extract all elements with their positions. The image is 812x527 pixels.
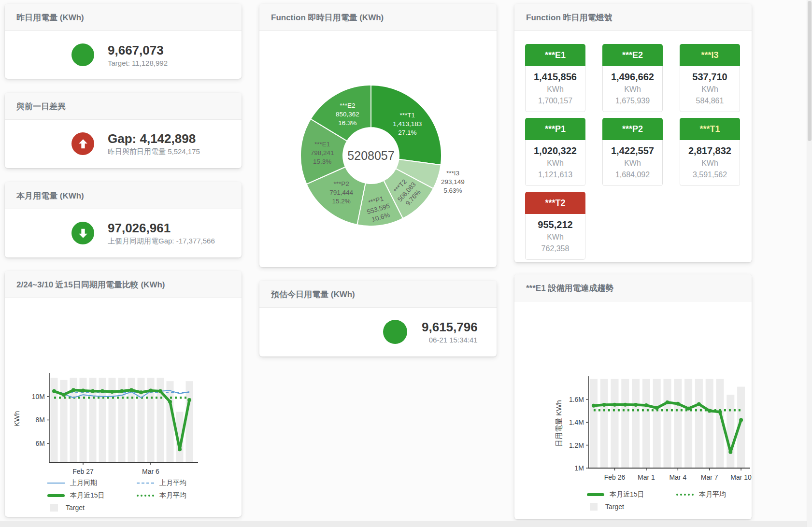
target-bar bbox=[186, 381, 193, 462]
lamp-tile-grid: ***E11,415,856KWh1,700,157***E21,496,662… bbox=[514, 31, 752, 260]
lamp-tile-target: 584,861 bbox=[680, 95, 740, 107]
target-bar bbox=[727, 395, 734, 468]
lamp-tile-body: 537,710KWh584,861 bbox=[680, 66, 740, 112]
stat-subtext: 上個月同期用電Gap: -17,377,566 bbox=[108, 237, 215, 246]
card-title: 與前一日差異 bbox=[5, 93, 242, 120]
lamp-tile: ***T12,817,832KWh3,591,562 bbox=[680, 118, 740, 186]
legend-sample-dotted bbox=[676, 494, 694, 496]
lamp-tile-value: 2,817,832 bbox=[680, 144, 740, 157]
card-today-estimate: 預估今日用電量 (KWh) 9,615,796 06-21 15:34:41 bbox=[259, 281, 497, 356]
card-month-usage: 本月用電量 (KWh) 97,026,961 上個月同期用電Gap: -17,3… bbox=[5, 182, 242, 257]
target-bar bbox=[621, 379, 629, 468]
target-bar bbox=[664, 379, 671, 468]
lamp-tile-target: 1,675,939 bbox=[603, 95, 662, 107]
x-axis-tick: Mar 10 bbox=[730, 473, 752, 481]
lamp-tile-target: 1,684,092 bbox=[603, 169, 662, 181]
lamp-tile: ***I3537,710KWh584,861 bbox=[680, 44, 740, 112]
y-axis-tick: 1.4M bbox=[569, 418, 584, 426]
stat-value: Gap: 4,142,898 bbox=[108, 131, 200, 146]
arrow-up-icon bbox=[71, 132, 94, 155]
lamp-tile-value: 537,710 bbox=[680, 70, 740, 84]
card-e1-trend-chart: ***E1 設備用電達成趨勢 1M1.2M1.4M1.6MFeb 26Mar 1… bbox=[514, 274, 752, 519]
legend-label: 上月平均 bbox=[159, 479, 186, 487]
legend-item-thick[interactable]: 本月近15日 bbox=[47, 491, 137, 500]
lamp-tile: ***E21,496,662KWh1,675,939 bbox=[602, 44, 663, 112]
stat-subtext: Target: 11,128,992 bbox=[108, 59, 168, 67]
y-axis-tick: 6M bbox=[36, 440, 45, 447]
x-axis-tick: Mar 7 bbox=[701, 473, 718, 481]
lamp-tile-target: 1,121,613 bbox=[526, 169, 585, 181]
stat-timestamp: 06-21 15:34:41 bbox=[422, 336, 478, 344]
stat-value: 97,026,961 bbox=[108, 221, 215, 235]
y-axis-tick: 10M bbox=[32, 393, 45, 400]
lamp-tile-target: 762,358 bbox=[526, 243, 585, 255]
stat-value: 9,667,073 bbox=[108, 43, 168, 57]
legend-item-dashed[interactable]: 上月平均 bbox=[137, 479, 242, 487]
arrow-down-icon bbox=[71, 222, 94, 244]
lamp-tile-label: ***T1 bbox=[680, 118, 740, 140]
lamp-tile-unit: KWh bbox=[603, 157, 662, 169]
lamp-tile-target: 3,591,562 bbox=[680, 169, 740, 181]
status-circle-icon bbox=[383, 320, 407, 344]
y-axis-label: KWh bbox=[13, 411, 21, 427]
lamp-tile-value: 1,415,856 bbox=[526, 70, 585, 84]
card-yesterday-status-lights: Function 昨日用電燈號 ***E11,415,856KWh1,700,1… bbox=[514, 4, 752, 262]
donut-slice-label: ***I3293,1495.63% bbox=[441, 170, 465, 194]
target-bar bbox=[674, 379, 682, 468]
legend-sample-solid bbox=[47, 483, 65, 484]
legend-label: Target bbox=[605, 503, 624, 511]
lamp-tile-unit: KWh bbox=[526, 84, 585, 95]
trend-line-chart: 1M1.2M1.4M1.6MFeb 26Mar 1Mar 4Mar 7Mar 1… bbox=[514, 374, 752, 487]
legend-item-bar[interactable]: Target bbox=[587, 503, 676, 511]
target-bar bbox=[590, 379, 598, 468]
card-day-gap: 與前一日差異 Gap: 4,142,898 昨日與前日用電量 5,524,175 bbox=[5, 93, 242, 168]
lamp-tile-value: 1,020,322 bbox=[526, 144, 585, 157]
vertical-scrollbar-thumb[interactable] bbox=[808, 1, 812, 141]
legend-item-thick[interactable]: 本月近15日 bbox=[587, 490, 676, 499]
legend-label: 本月平均 bbox=[159, 491, 186, 500]
vertical-scrollbar[interactable] bbox=[807, 0, 812, 527]
card-yesterday-usage: 昨日用電量 (KWh) 9,667,073 Target: 11,128,992 bbox=[5, 4, 242, 79]
target-bar bbox=[684, 379, 692, 468]
lamp-tile-target: 1,700,157 bbox=[526, 95, 585, 107]
card-title: 昨日用電量 (KWh) bbox=[5, 4, 242, 31]
y-axis-tick: 1.2M bbox=[569, 442, 584, 449]
horizontal-scrollbar[interactable] bbox=[0, 521, 807, 527]
legend-item-dotted[interactable]: 本月平均 bbox=[676, 490, 752, 499]
donut-center-total: 5208057 bbox=[347, 149, 394, 162]
legend-label: 本月近15日 bbox=[70, 491, 105, 500]
legend-item-bar[interactable]: Target bbox=[47, 504, 137, 512]
lamp-tile-label: ***I3 bbox=[680, 44, 740, 66]
lamp-tile-label: ***P2 bbox=[602, 118, 663, 140]
lamp-tile-label: ***E1 bbox=[525, 44, 585, 66]
y-axis-label: 日用電量 KWh bbox=[555, 400, 563, 447]
target-bar bbox=[138, 378, 145, 462]
legend-label: 上月同期 bbox=[70, 479, 97, 487]
card-title: 預估今日用電量 (KWh) bbox=[259, 281, 497, 308]
lamp-tile-unit: KWh bbox=[680, 84, 740, 95]
lamp-tile: ***E11,415,856KWh1,700,157 bbox=[525, 44, 585, 112]
card-title: Function 即時日用電量 (KWh) bbox=[259, 4, 497, 31]
lamp-tile-label: ***E2 bbox=[602, 44, 663, 66]
x-axis-tick: Mar 6 bbox=[142, 468, 159, 475]
legend-label: 本月近15日 bbox=[610, 490, 644, 499]
target-bar bbox=[706, 379, 713, 468]
x-axis-tick: Mar 1 bbox=[638, 473, 655, 481]
lamp-tile-body: 1,020,322KWh1,121,613 bbox=[525, 140, 585, 186]
target-bar bbox=[632, 379, 640, 468]
card-title: Function 昨日用電燈號 bbox=[514, 4, 752, 31]
lamp-tile-unit: KWh bbox=[526, 157, 585, 169]
compare-line-chart: 6M8M10MFeb 27Mar 6KWh bbox=[5, 370, 242, 476]
stat-value: 9,615,796 bbox=[422, 320, 478, 334]
legend-item-dotted[interactable]: 本月平均 bbox=[137, 491, 242, 500]
lamp-tile-unit: KWh bbox=[526, 231, 585, 243]
y-axis-tick: 1M bbox=[575, 464, 584, 472]
target-bar bbox=[653, 379, 661, 468]
legend-item-solid[interactable]: 上月同期 bbox=[47, 479, 137, 487]
target-bar bbox=[600, 379, 608, 468]
stat-subtext: 昨日與前日用電量 5,524,175 bbox=[108, 147, 200, 157]
lamp-tile: ***P11,020,322KWh1,121,613 bbox=[525, 118, 585, 186]
lamp-tile-value: 1,422,557 bbox=[603, 144, 662, 157]
x-axis-tick: Feb 26 bbox=[604, 473, 626, 481]
compare-chart-legend: 上月同期上月平均本月近15日本月平均Target bbox=[47, 479, 242, 512]
